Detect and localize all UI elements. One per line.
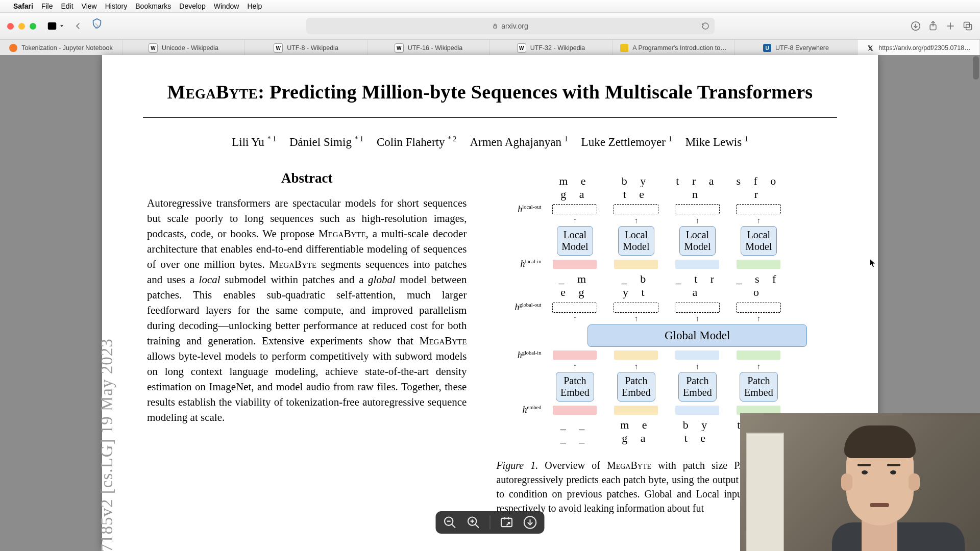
privacy-shield-icon[interactable] bbox=[91, 18, 103, 29]
downloads-icon[interactable] bbox=[911, 21, 921, 31]
favicon-icon: W bbox=[517, 43, 526, 53]
url-host: arxiv.org bbox=[501, 22, 528, 30]
svg-rect-0 bbox=[48, 22, 57, 30]
app-name[interactable]: Safari bbox=[13, 2, 33, 10]
svg-rect-8 bbox=[966, 24, 972, 30]
menu-file[interactable]: File bbox=[41, 2, 53, 10]
menu-edit[interactable]: Edit bbox=[61, 2, 73, 10]
favicon-icon bbox=[620, 44, 628, 52]
minimize-window-button[interactable] bbox=[18, 23, 25, 30]
menu-history[interactable]: History bbox=[105, 2, 128, 10]
chevron-left-icon bbox=[74, 21, 83, 31]
author: Lili Yu * 1 bbox=[232, 135, 276, 149]
scrollbar-thumb[interactable] bbox=[973, 56, 979, 80]
author: Dániel Simig * 1 bbox=[289, 135, 363, 149]
webcam-overlay bbox=[740, 413, 980, 551]
svg-line-13 bbox=[475, 524, 479, 528]
tab-strip: Tokenization - Jupyter NotebookWUnicode … bbox=[0, 40, 980, 57]
lock-icon bbox=[492, 23, 498, 29]
global-model-box: Global Model bbox=[587, 324, 807, 347]
new-tab-icon[interactable] bbox=[945, 21, 955, 31]
browser-tab[interactable]: WUnicode - Wikipedia bbox=[122, 40, 245, 56]
author: Colin Flaherty * 2 bbox=[377, 135, 457, 149]
author: Mike Lewis 1 bbox=[685, 135, 748, 149]
menu-window[interactable]: Window bbox=[214, 2, 239, 10]
download-pdf-button[interactable] bbox=[523, 515, 537, 530]
local-model-box: LocalModel bbox=[679, 226, 715, 256]
menu-bookmarks[interactable]: Bookmarks bbox=[135, 2, 171, 10]
svg-rect-7 bbox=[964, 22, 970, 28]
patch-embed-box: PatchEmbed bbox=[678, 372, 717, 402]
tab-label: https://arxiv.org/pdf/2305.0718… bbox=[878, 44, 970, 52]
favicon-icon: W bbox=[274, 43, 283, 53]
sidebar-icon bbox=[46, 20, 58, 32]
favicon-icon: U bbox=[763, 44, 771, 52]
tab-label: Tokenization - Jupyter Notebook bbox=[21, 44, 113, 52]
favicon-icon: 𝕏 bbox=[866, 44, 874, 52]
browser-tab[interactable]: 𝕏https://arxiv.org/pdf/2305.0718… bbox=[857, 40, 980, 56]
tab-label: Unicode - Wikipedia bbox=[162, 44, 218, 52]
browser-tab[interactable]: WUTF-8 - Wikipedia bbox=[245, 40, 368, 56]
hud-separator bbox=[490, 515, 491, 530]
tab-label: UTF-32 - Wikipedia bbox=[530, 44, 585, 52]
zoom-in-button[interactable] bbox=[467, 515, 481, 530]
favicon-icon: W bbox=[149, 43, 158, 53]
page-viewport: 07185v2 [cs.LG] 19 May 2023 MegaByte: Pr… bbox=[0, 55, 980, 551]
tab-label: UTF-8 - Wikipedia bbox=[287, 44, 338, 52]
mouse-cursor bbox=[869, 258, 876, 268]
tab-label: UTF-16 - Wikipedia bbox=[408, 44, 463, 52]
patch-embed-box: PatchEmbed bbox=[740, 372, 778, 402]
favicon-icon: W bbox=[395, 43, 404, 53]
author: Luke Zettlemoyer 1 bbox=[581, 135, 672, 149]
reload-icon[interactable] bbox=[701, 22, 709, 30]
zoom-out-button[interactable] bbox=[443, 515, 457, 530]
sidebar-toggle-button[interactable] bbox=[46, 20, 65, 32]
menu-help[interactable]: Help bbox=[247, 2, 262, 10]
local-model-box: LocalModel bbox=[557, 226, 593, 256]
menu-develop[interactable]: Develop bbox=[179, 2, 205, 10]
browser-tab[interactable]: UUTF-8 Everywhere bbox=[735, 40, 857, 56]
author-list: Lili Yu * 1Dániel Simig * 1Colin Flahert… bbox=[122, 135, 857, 149]
window-controls bbox=[7, 23, 36, 30]
browser-tab[interactable]: A Programmer's Introduction to… bbox=[612, 40, 735, 56]
favicon-icon bbox=[9, 44, 17, 52]
close-window-button[interactable] bbox=[7, 23, 14, 30]
patch-embed-box: PatchEmbed bbox=[617, 372, 655, 402]
local-model-box: LocalModel bbox=[741, 226, 776, 256]
menu-view[interactable]: View bbox=[82, 2, 97, 10]
pdf-hud bbox=[436, 511, 545, 534]
abstract-text: Autoregressive transformers are spectacu… bbox=[147, 195, 467, 425]
tab-label: UTF-8 Everywhere bbox=[775, 44, 829, 52]
svg-rect-2 bbox=[494, 26, 497, 29]
author: Armen Aghajanyan 1 bbox=[470, 135, 568, 149]
browser-tab[interactable]: WUTF-16 - Wikipedia bbox=[368, 40, 490, 56]
open-in-preview-button[interactable] bbox=[500, 515, 514, 530]
tab-overview-icon[interactable] bbox=[963, 21, 973, 31]
browser-tab[interactable]: WUTF-32 - Wikipedia bbox=[490, 40, 612, 56]
paper-title: MegaByte: Predicting Million-byte Sequen… bbox=[133, 81, 847, 103]
title-rule bbox=[143, 117, 837, 118]
abstract-heading: Abstract bbox=[138, 170, 476, 186]
arxiv-watermark: 07185v2 [cs.LG] 19 May 2023 bbox=[97, 338, 116, 551]
back-button[interactable] bbox=[70, 18, 86, 34]
zoom-window-button[interactable] bbox=[30, 23, 36, 30]
browser-toolbar: arxiv.org bbox=[0, 13, 980, 40]
tab-label: A Programmer's Introduction to… bbox=[632, 44, 726, 52]
svg-line-10 bbox=[452, 524, 455, 528]
chevron-down-icon bbox=[59, 23, 65, 29]
browser-tab[interactable]: Tokenization - Jupyter Notebook bbox=[0, 40, 122, 56]
share-icon[interactable] bbox=[928, 21, 938, 31]
address-bar[interactable]: arxiv.org bbox=[306, 18, 715, 34]
patch-embed-box: PatchEmbed bbox=[556, 372, 594, 402]
mac-menubar: Safari File Edit View History Bookmarks … bbox=[0, 0, 980, 13]
local-model-box: LocalModel bbox=[618, 226, 654, 256]
